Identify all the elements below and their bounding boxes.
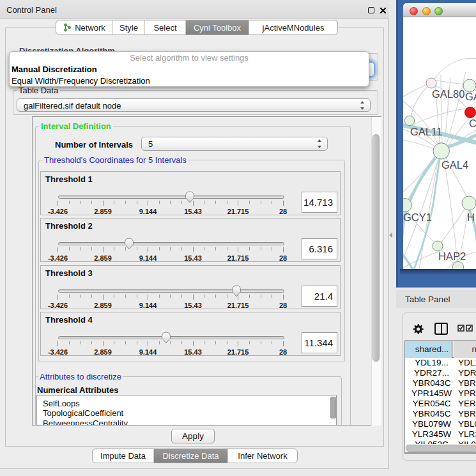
svg-text:GA: GA <box>465 91 476 102</box>
svg-text:HAP2: HAP2 <box>438 250 466 262</box>
svg-text:H: H <box>467 211 475 223</box>
svg-text:C: C <box>469 118 476 129</box>
svg-text:GAL80: GAL80 <box>432 88 464 100</box>
svg-text:GAL11: GAL11 <box>410 126 442 137</box>
svg-text:GCY1: GCY1 <box>403 211 432 223</box>
svg-text:GAL4: GAL4 <box>441 159 468 171</box>
